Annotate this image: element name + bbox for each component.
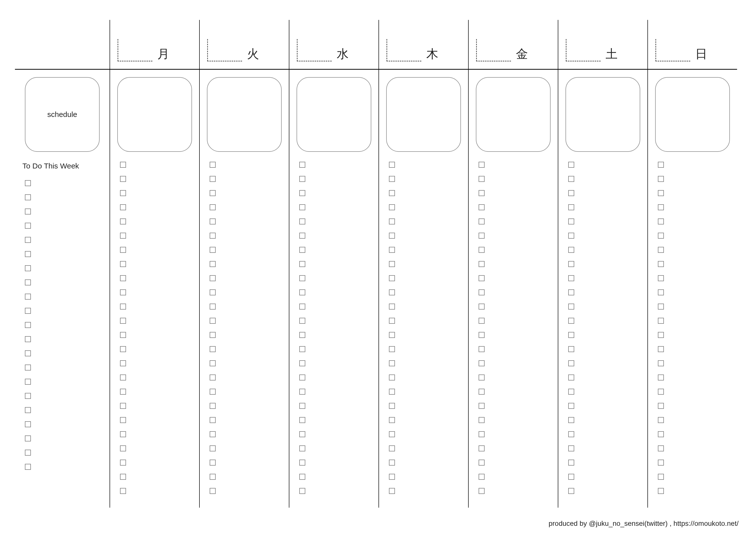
checkbox-icon[interactable] — [299, 403, 305, 409]
date-input-box[interactable] — [655, 39, 690, 62]
checkbox-row[interactable] — [299, 218, 374, 224]
checkbox-row[interactable] — [299, 190, 374, 196]
checkbox-row[interactable] — [299, 332, 374, 338]
date-input-box[interactable] — [566, 39, 601, 62]
checkbox-icon[interactable] — [120, 445, 126, 451]
checkbox-row[interactable] — [210, 176, 284, 182]
checkbox-row[interactable] — [479, 360, 553, 366]
checkbox-icon[interactable] — [120, 218, 126, 224]
checkbox-row[interactable] — [479, 375, 553, 380]
checkbox-icon[interactable] — [210, 162, 216, 168]
checkbox-icon[interactable] — [25, 180, 31, 186]
checkbox-row[interactable] — [210, 332, 284, 338]
checkbox-icon[interactable] — [25, 421, 31, 427]
checkbox-icon[interactable] — [568, 474, 574, 480]
checkbox-row[interactable] — [25, 279, 105, 285]
checkbox-icon[interactable] — [568, 431, 574, 437]
day-schedule-box[interactable] — [207, 77, 282, 152]
checkbox-row[interactable] — [120, 332, 194, 338]
checkbox-row[interactable] — [568, 304, 643, 310]
checkbox-row[interactable] — [120, 275, 194, 281]
checkbox-row[interactable] — [389, 304, 463, 310]
checkbox-row[interactable] — [389, 318, 463, 324]
checkbox-icon[interactable] — [299, 389, 305, 395]
checkbox-row[interactable] — [479, 445, 553, 451]
checkbox-row[interactable] — [479, 474, 553, 480]
checkbox-row[interactable] — [299, 375, 374, 380]
checkbox-icon[interactable] — [389, 360, 395, 366]
checkbox-icon[interactable] — [568, 233, 574, 239]
checkbox-icon[interactable] — [389, 318, 395, 324]
checkbox-row[interactable] — [25, 450, 105, 456]
checkbox-row[interactable] — [25, 209, 105, 214]
checkbox-row[interactable] — [299, 389, 374, 395]
checkbox-row[interactable] — [120, 304, 194, 310]
checkbox-icon[interactable] — [389, 389, 395, 395]
checkbox-icon[interactable] — [658, 162, 664, 168]
checkbox-icon[interactable] — [479, 289, 485, 296]
checkbox-row[interactable] — [299, 431, 374, 437]
checkbox-icon[interactable] — [568, 275, 574, 281]
checkbox-row[interactable] — [210, 261, 284, 267]
checkbox-icon[interactable] — [210, 289, 216, 296]
checkbox-row[interactable] — [120, 190, 194, 196]
checkbox-icon[interactable] — [120, 474, 126, 480]
checkbox-icon[interactable] — [389, 289, 395, 296]
checkbox-icon[interactable] — [479, 360, 485, 366]
checkbox-icon[interactable] — [658, 261, 664, 267]
checkbox-row[interactable] — [568, 176, 643, 182]
checkbox-icon[interactable] — [210, 389, 216, 395]
checkbox-icon[interactable] — [299, 247, 305, 253]
checkbox-row[interactable] — [299, 233, 374, 239]
checkbox-row[interactable] — [299, 346, 374, 352]
checkbox-row[interactable] — [658, 375, 732, 380]
checkbox-icon[interactable] — [299, 346, 305, 352]
checkbox-row[interactable] — [25, 223, 105, 229]
checkbox-icon[interactable] — [120, 247, 126, 253]
checkbox-icon[interactable] — [210, 360, 216, 366]
checkbox-row[interactable] — [120, 346, 194, 352]
day-schedule-box[interactable] — [476, 77, 551, 152]
checkbox-row[interactable] — [25, 436, 105, 441]
checkbox-row[interactable] — [658, 233, 732, 239]
checkbox-row[interactable] — [389, 403, 463, 409]
checkbox-row[interactable] — [389, 460, 463, 465]
checkbox-icon[interactable] — [299, 417, 305, 423]
checkbox-icon[interactable] — [568, 204, 574, 210]
checkbox-row[interactable] — [299, 488, 374, 494]
checkbox-icon[interactable] — [120, 346, 126, 352]
checkbox-row[interactable] — [299, 289, 374, 296]
checkbox-row[interactable] — [25, 180, 105, 186]
checkbox-icon[interactable] — [210, 431, 216, 437]
checkbox-icon[interactable] — [658, 204, 664, 210]
checkbox-row[interactable] — [25, 265, 105, 271]
date-input-box[interactable] — [386, 39, 421, 62]
checkbox-row[interactable] — [120, 488, 194, 494]
checkbox-row[interactable] — [479, 190, 553, 196]
checkbox-row[interactable] — [25, 407, 105, 413]
checkbox-row[interactable] — [389, 445, 463, 451]
checkbox-row[interactable] — [210, 289, 284, 296]
checkbox-row[interactable] — [120, 218, 194, 224]
checkbox-icon[interactable] — [299, 304, 305, 310]
checkbox-icon[interactable] — [568, 318, 574, 324]
checkbox-row[interactable] — [568, 488, 643, 494]
checkbox-icon[interactable] — [389, 460, 395, 465]
checkbox-icon[interactable] — [210, 304, 216, 310]
checkbox-row[interactable] — [479, 261, 553, 267]
checkbox-row[interactable] — [568, 261, 643, 267]
checkbox-icon[interactable] — [389, 474, 395, 480]
checkbox-row[interactable] — [479, 460, 553, 465]
checkbox-icon[interactable] — [389, 431, 395, 437]
checkbox-row[interactable] — [568, 431, 643, 437]
checkbox-row[interactable] — [210, 403, 284, 409]
checkbox-icon[interactable] — [389, 346, 395, 352]
checkbox-icon[interactable] — [120, 318, 126, 324]
checkbox-icon[interactable] — [299, 375, 305, 380]
checkbox-icon[interactable] — [25, 365, 31, 371]
checkbox-icon[interactable] — [568, 488, 574, 494]
checkbox-icon[interactable] — [658, 431, 664, 437]
checkbox-row[interactable] — [210, 304, 284, 310]
checkbox-icon[interactable] — [479, 275, 485, 281]
checkbox-row[interactable] — [389, 346, 463, 352]
